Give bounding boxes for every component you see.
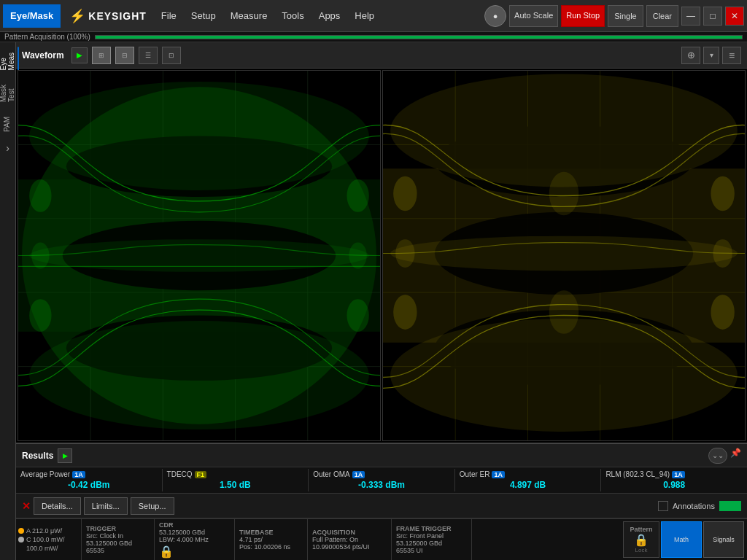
svg-point-17 — [29, 179, 51, 212]
lock-label: Lock — [635, 547, 648, 553]
eye-area: 10.00206 ns Channel 1A — [16, 69, 747, 443]
meas-name-outer-oma: Outer OMA — [313, 470, 350, 478]
channel-c-dot — [18, 537, 24, 542]
details-button[interactable]: Details... — [34, 497, 81, 515]
sidebar-arrow[interactable]: › — [6, 142, 9, 154]
limits-button[interactable]: Limits... — [84, 497, 128, 515]
lock-icon[interactable]: 🔒 — [159, 545, 174, 559]
pattern-label: Pattern — [630, 526, 652, 533]
menu-help[interactable]: Help — [349, 7, 380, 24]
sidebar-item-mask-test[interactable]: MaskTest — [0, 79, 19, 108]
trigger-id: 65535 — [86, 547, 150, 554]
meas-badge-tdecq: F1 — [195, 471, 207, 478]
meas-value-outer-er: 4.897 dB — [460, 480, 597, 490]
single-button[interactable]: Single — [608, 5, 643, 27]
meas-value-outer-oma: -0.333 dBm — [313, 480, 450, 490]
meas-rlm: RLM (802.3 CL_94) 1A 0.988 — [601, 469, 747, 491]
svg-point-19 — [347, 179, 368, 212]
run-stop-button[interactable]: Run Stop — [561, 5, 605, 27]
meas-badge-avg-power: 1A — [72, 471, 85, 478]
waveform-play-button[interactable]: ▶ — [71, 47, 88, 63]
svg-point-41 — [711, 176, 734, 211]
results-right: ⌄⌄ 📌 — [708, 448, 741, 464]
results-play-button[interactable]: ▶ — [58, 448, 72, 463]
sidebar-item-pam[interactable]: PAM — [1, 111, 15, 138]
results-label: Results — [22, 451, 53, 461]
menu-tools[interactable]: Tools — [276, 7, 309, 24]
menu-dots-button[interactable]: ≡ — [722, 47, 741, 64]
annotations-checkbox[interactable] — [658, 501, 668, 511]
meas-value-tdecq: 1.50 dB — [167, 480, 304, 490]
channel-c2-row: 100.0 mW/ — [18, 545, 79, 552]
setup-button[interactable]: Setup... — [131, 497, 174, 515]
menu-measure[interactable]: Measure — [225, 7, 274, 24]
eye-mask-button[interactable]: Eye/Mask — [3, 4, 61, 28]
ft-src: Src: Front Panel — [396, 532, 467, 540]
svg-point-15 — [29, 239, 369, 272]
pattern-button[interactable]: Pattern 🔒 Lock — [623, 521, 659, 558]
meas-badge-outer-oma: 1A — [352, 471, 365, 478]
progress-bar: Pattern Acquisition (100%) — [0, 32, 747, 42]
cdr-section: CDR 53.125000 GBd LBW: 4.000 MHz 🔒 — [155, 519, 235, 560]
waveform-toolbar: Waveform ▶ ⊞ ⊟ ☰ ⊡ ⊕ ▾ ≡ — [16, 42, 747, 69]
annotations-area: Annotations — [658, 501, 741, 511]
meas-tdecq: TDECQ F1 1.50 dB — [163, 469, 309, 491]
svg-point-37 — [390, 236, 738, 271]
meas-badge-outer-er: 1A — [492, 471, 505, 478]
meas-name-rlm: RLM (802.3 CL_94) — [605, 470, 670, 478]
results-collapse-button[interactable]: ⌄⌄ — [708, 448, 727, 464]
meas-header-avg-power: Average Power 1A — [20, 470, 158, 478]
svg-point-18 — [29, 299, 51, 332]
menu-setup[interactable]: Setup — [185, 7, 222, 24]
logo-mark: ⚡ — [69, 8, 85, 24]
meas-badge-rlm: 1A — [672, 471, 685, 478]
minimize-button[interactable]: — — [681, 7, 700, 26]
main-container: EyeMeas MaskTest PAM › Waveform ▶ ⊞ ⊟ ☰ … — [0, 42, 747, 560]
status-bar: A 212.0 μW/ C 100.0 mW/ 100.0 mW/ Trigge… — [16, 518, 747, 560]
meas-outer-er: Outer ER 1A 4.897 dB — [455, 469, 602, 491]
signals-button[interactable]: Signals — [703, 521, 744, 558]
chevron-down-button[interactable]: ▾ — [703, 47, 719, 64]
view-btn-2[interactable]: ⊟ — [115, 47, 134, 64]
svg-point-45 — [549, 172, 578, 216]
frame-trigger-label: Frame Trigger — [396, 525, 467, 532]
maximize-button[interactable]: □ — [703, 7, 722, 26]
view-btn-4[interactable]: ⊡ — [162, 47, 181, 64]
frame-trigger-section: Frame Trigger Src: Front Panel 53.125000… — [392, 519, 472, 560]
close-results-button[interactable]: ✕ — [22, 500, 31, 512]
meas-value-avg-power: -0.42 dBm — [20, 480, 158, 490]
trigger-circle: ● — [484, 5, 506, 27]
cdr-lbw: LBW: 4.000 MHz — [159, 536, 230, 543]
meas-outer-oma: Outer OMA 1A -0.333 dBm — [309, 469, 455, 491]
svg-point-44 — [713, 239, 732, 268]
trigger-src: Src: Clock In — [86, 532, 150, 540]
acq-pattern: Full Pattern: On — [312, 536, 387, 543]
svg-point-16 — [29, 321, 369, 429]
close-button[interactable]: ✕ — [725, 7, 744, 26]
crosshair-button[interactable]: ⊕ — [681, 47, 700, 64]
clear-button[interactable]: Clear — [646, 5, 678, 27]
svg-point-39 — [393, 176, 417, 211]
measurements-table: Average Power 1A -0.42 dBm TDECQ F1 1.50… — [16, 467, 747, 493]
sidebar-item-eye-meas[interactable]: EyeMeas — [0, 47, 19, 76]
trigger-section: Trigger Src: Clock In 53.125000 GBd 6553… — [82, 519, 155, 560]
meas-name-outer-er: Outer ER — [460, 470, 490, 478]
annotations-label: Annotations — [673, 502, 715, 510]
acq-pts: 10.99000534 pts/UI — [312, 543, 387, 551]
pin-icon[interactable]: 📌 — [730, 448, 741, 464]
menu-apps[interactable]: Apps — [313, 7, 347, 24]
progress-fill — [96, 36, 742, 39]
view-btn-1[interactable]: ⊞ — [92, 47, 111, 64]
svg-point-21 — [31, 243, 49, 269]
channel-a-row: A 212.0 μW/ — [18, 527, 79, 534]
eye-diagram-right — [383, 71, 745, 440]
ft-rate: 53.125000 GBd — [396, 540, 467, 547]
sidebar: EyeMeas MaskTest PAM › — [0, 42, 16, 560]
math-button[interactable]: Math — [661, 521, 702, 558]
results-panel: Results ▶ ⌄⌄ 📌 Average Power 1A -0.42 dB… — [16, 443, 747, 493]
timebase-pos: Pos: 10.00206 ns — [239, 543, 303, 551]
view-btn-3[interactable]: ☰ — [139, 47, 158, 64]
timebase-label: Timebase — [239, 529, 303, 536]
auto-scale-button[interactable]: Auto Scale — [509, 5, 558, 27]
menu-file[interactable]: File — [155, 7, 182, 24]
